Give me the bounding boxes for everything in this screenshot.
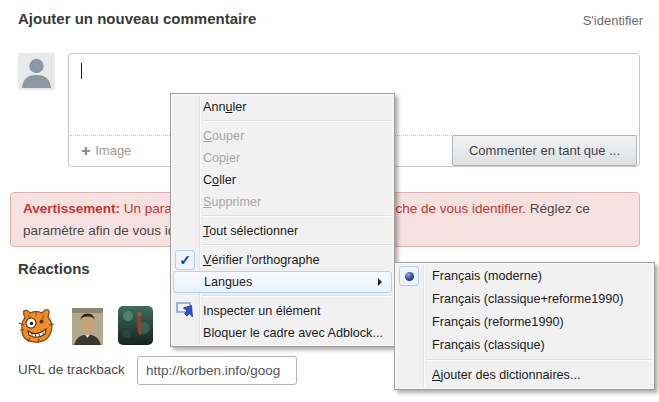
menu-item-francais-classique[interactable]: Français (classique)	[396, 334, 653, 357]
menu-separator	[202, 215, 391, 217]
menu-separator	[202, 295, 391, 297]
menu-separator	[426, 359, 651, 361]
menu-item-francais-reforme1990[interactable]: Français (reforme1990)	[396, 311, 653, 334]
menu-item-label: Copier	[203, 151, 240, 165]
comment-as-button[interactable]: Commenter en tant que ...	[452, 135, 637, 166]
menu-item-label: Français (classique)	[432, 338, 545, 352]
menu-item-label: Tout sélectionner	[203, 224, 298, 238]
menu-item-ajouter-des-dictionnaires[interactable]: Ajouter des dictionnaires...	[396, 364, 653, 387]
menu-item-label: Français (classique+reforme1990)	[432, 292, 623, 306]
menu-item-francais-moderne[interactable]: Français (moderne)	[396, 265, 653, 288]
reactions-title: Réactions	[18, 260, 90, 277]
user-avatar	[18, 53, 55, 90]
menu-item-copier: Copier	[172, 147, 393, 169]
warning-label: Avertissement:	[23, 201, 120, 216]
menu-item-label: Français (reforme1990)	[432, 315, 564, 329]
radio-selected-icon	[399, 265, 421, 287]
menu-item-label: Vérifier l'orthographe	[203, 253, 320, 267]
menu-item-label: Français (moderne)	[432, 269, 542, 283]
menu-item-supprimer: Supprimer	[172, 191, 393, 213]
reaction-avatar-cat[interactable]	[16, 303, 57, 345]
checkmark-icon: ✓	[175, 249, 197, 271]
menu-item-label: Bloquer le cadre avec Adblock...	[203, 326, 383, 340]
menu-separator	[202, 244, 391, 246]
menu-item-langues[interactable]: Langues	[173, 271, 392, 293]
menu-item-verifier-l-orthographe[interactable]: ✓ Vérifier l'orthographe	[172, 249, 393, 271]
menu-item-annuler[interactable]: Annuler	[172, 96, 393, 118]
reaction-avatars	[16, 303, 153, 345]
menu-item-tout-selectionner[interactable]: Tout sélectionner	[172, 220, 393, 242]
menu-item-label: Coller	[203, 173, 236, 187]
menu-item-bloquer-le-cadre-avec-adblock[interactable]: Bloquer le cadre avec Adblock...	[172, 322, 393, 344]
text-caret	[81, 63, 82, 79]
submenu-arrow-icon	[378, 278, 382, 286]
menu-item-francais-classique-reforme1990[interactable]: Français (classique+reforme1990)	[396, 288, 653, 311]
menu-item-inspecter-un-element[interactable]: Inspecter un élément	[172, 300, 393, 322]
menu-item-label: Supprimer	[203, 195, 261, 209]
comment-page: Ajouter un nouveau commentaire S'identif…	[0, 0, 659, 402]
context-menu: AnnulerCouperCopierCollerSupprimerTout s…	[170, 93, 395, 347]
page-title: Ajouter un nouveau commentaire	[18, 10, 256, 27]
add-image-label: Image	[95, 143, 131, 158]
menu-item-label: Inspecter un élément	[203, 304, 321, 318]
language-submenu: Français (moderne)Français (classique+re…	[394, 262, 655, 390]
trackback-input[interactable]	[137, 356, 297, 385]
reaction-avatar-man[interactable]	[72, 308, 103, 345]
menu-separator	[202, 120, 391, 122]
plus-icon: ✚	[81, 145, 90, 157]
person-icon	[18, 53, 55, 90]
reaction-avatar-art[interactable]	[118, 306, 153, 345]
menu-item-coller[interactable]: Coller	[172, 169, 393, 191]
inspector-icon	[175, 300, 197, 322]
trackback-label: URL de trackback	[18, 362, 125, 377]
add-image-button[interactable]: ✚Image	[81, 143, 131, 158]
menu-item-label: Annuler	[203, 100, 246, 114]
signin-link[interactable]: S'identifier	[583, 13, 643, 28]
menu-item-label: Couper	[203, 129, 244, 143]
menu-item-label: Ajouter des dictionnaires...	[432, 368, 580, 382]
menu-item-couper: Couper	[172, 125, 393, 147]
menu-item-label: Langues	[204, 275, 252, 289]
